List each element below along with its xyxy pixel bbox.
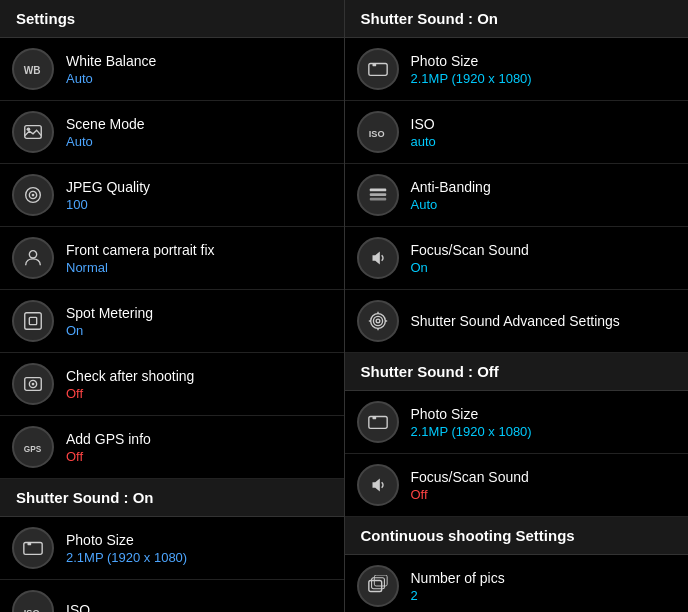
focus-scan-sound-off-icon	[357, 464, 399, 506]
check-after-shooting-item[interactable]: Check after shooting Off	[0, 353, 344, 416]
svg-rect-20	[369, 193, 386, 196]
right-column: Shutter Sound : On Photo Size 2.1MP (192…	[345, 0, 689, 612]
shutter-sound-on-header-left: Shutter Sound : On	[0, 479, 344, 517]
white-balance-icon: WB	[12, 48, 54, 90]
photo-size-on-item[interactable]: Photo Size 2.1MP (1920 x 1080)	[345, 38, 689, 101]
photo-size-on-item-left[interactable]: Photo Size 2.1MP (1920 x 1080)	[0, 517, 344, 580]
svg-rect-7	[25, 313, 42, 330]
svg-point-6	[29, 251, 36, 258]
number-of-pics-icon	[357, 565, 399, 607]
main-container: Settings WB White Balance Auto	[0, 0, 688, 612]
continuous-shooting-header: Continuous shooting Settings	[345, 517, 689, 555]
portrait-fix-item[interactable]: Front camera portrait fix Normal	[0, 227, 344, 290]
shutter-sound-off-header: Shutter Sound : Off	[345, 353, 689, 391]
svg-rect-30	[368, 417, 386, 429]
anti-banding-icon	[357, 174, 399, 216]
svg-marker-32	[372, 479, 379, 492]
iso-icon: ISO	[357, 111, 399, 153]
svg-marker-22	[372, 252, 379, 265]
scene-mode-item[interactable]: Scene Mode Auto	[0, 101, 344, 164]
focus-scan-sound-on-icon	[357, 237, 399, 279]
shutter-sound-advanced-icon	[357, 300, 399, 342]
focus-scan-sound-off-item[interactable]: Focus/Scan Sound Off	[345, 454, 689, 517]
svg-text:GPS: GPS	[24, 445, 42, 454]
iso-item-left[interactable]: ISO ISO	[0, 580, 344, 612]
iso-item[interactable]: ISO ISO auto	[345, 101, 689, 164]
white-balance-item[interactable]: WB White Balance Auto	[0, 38, 344, 101]
number-of-pics-item[interactable]: Number of pics 2	[345, 555, 689, 612]
jpeg-quality-item[interactable]: JPEG Quality 100	[0, 164, 344, 227]
photo-size-off-icon	[357, 401, 399, 443]
svg-text:ISO: ISO	[368, 129, 384, 139]
svg-rect-16	[368, 64, 386, 76]
iso-icon-left: ISO	[12, 590, 54, 612]
add-gps-item[interactable]: GPS Add GPS info Off	[0, 416, 344, 479]
photo-size-off-item[interactable]: Photo Size 2.1MP (1920 x 1080)	[345, 391, 689, 454]
svg-point-24	[373, 316, 382, 325]
portrait-fix-icon	[12, 237, 54, 279]
shutter-sound-advanced-item[interactable]: Shutter Sound Advanced Settings	[345, 290, 689, 353]
scene-mode-icon	[12, 111, 54, 153]
svg-text:WB: WB	[24, 65, 41, 76]
check-after-shooting-icon	[12, 363, 54, 405]
spot-metering-item[interactable]: Spot Metering On	[0, 290, 344, 353]
photo-size-icon-left	[12, 527, 54, 569]
spot-metering-icon	[12, 300, 54, 342]
jpeg-quality-icon	[12, 174, 54, 216]
svg-rect-21	[369, 198, 386, 201]
svg-rect-19	[369, 189, 386, 192]
svg-rect-34	[371, 578, 384, 589]
svg-point-5	[32, 194, 35, 197]
svg-point-25	[376, 319, 380, 323]
shutter-sound-on-header: Shutter Sound : On	[345, 0, 689, 38]
left-column: Settings WB White Balance Auto	[0, 0, 345, 612]
svg-point-2	[27, 127, 31, 131]
anti-banding-item[interactable]: Anti-Banding Auto	[345, 164, 689, 227]
focus-scan-sound-on-item[interactable]: Focus/Scan Sound On	[345, 227, 689, 290]
svg-rect-17	[372, 64, 376, 67]
svg-rect-8	[29, 317, 36, 324]
gps-icon: GPS	[12, 426, 54, 468]
svg-rect-14	[28, 543, 32, 546]
photo-size-on-icon	[357, 48, 399, 90]
svg-rect-31	[372, 417, 376, 420]
svg-text:ISO: ISO	[24, 608, 40, 612]
svg-rect-13	[24, 543, 42, 555]
settings-header: Settings	[0, 0, 344, 38]
svg-point-11	[32, 383, 35, 386]
